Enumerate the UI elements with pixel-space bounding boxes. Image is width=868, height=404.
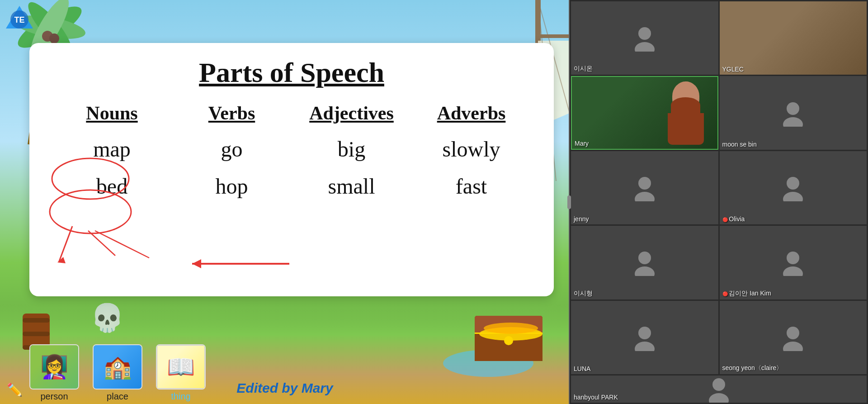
parts-grid: Nouns map bed Verbs go hop Adjectives bi… (52, 102, 531, 210)
edited-by-label: Edited by Mary (236, 380, 333, 396)
card-title: Parts of Speech (52, 57, 531, 89)
svg-point-28 (787, 177, 799, 190)
participant-tile-yglec[interactable]: YGLEC (720, 1, 867, 75)
svg-point-39 (709, 393, 729, 403)
participant-name-yglec: YGLEC (722, 66, 744, 73)
avatar-silhouette-9 (705, 375, 732, 403)
place-image-box: 🏫 (93, 344, 142, 390)
person-label: person (40, 391, 68, 402)
place-image: 🏫 (94, 345, 142, 389)
mary-video (572, 77, 717, 148)
bottom-images: 👩‍🏫 person 🏫 place 📖 thing (29, 344, 206, 402)
participant-tile-claire[interactable]: seong yeon〈claire〉 (720, 301, 867, 374)
participant-name-mary: Mary (575, 140, 589, 147)
pen-icon[interactable]: ✏️ (7, 382, 23, 397)
svg-point-32 (787, 252, 799, 264)
verbs-column: Verbs go hop (172, 102, 292, 210)
participant-tile-isiwon[interactable]: 이시온 (571, 1, 718, 75)
svg-point-25 (783, 117, 803, 127)
svg-point-23 (635, 42, 655, 52)
verbs-word-2: hop (176, 172, 287, 200)
svg-point-37 (783, 342, 803, 351)
yglec-video (720, 1, 867, 75)
participants-sidebar: 이시온 YGLEC Mary moon se bin (570, 0, 868, 404)
participant-tile-mary[interactable]: Mary (571, 76, 718, 149)
svg-point-34 (638, 327, 651, 339)
svg-point-26 (638, 177, 651, 190)
participant-tile-moonsebin[interactable]: moon se bin (720, 76, 867, 149)
participant-name-olivia: Olivia (722, 215, 745, 223)
avatar-silhouette-5 (631, 249, 658, 276)
adjectives-word-2: small (296, 172, 407, 200)
svg-point-22 (638, 27, 651, 40)
avatar-silhouette-7 (631, 324, 658, 351)
svg-point-33 (783, 266, 803, 276)
adjectives-header: Adjectives (296, 102, 407, 124)
participant-name-isiwon: 이시온 (574, 65, 593, 73)
participant-name-iankim: 김이안 Ian Kim (722, 290, 771, 298)
adverbs-word-2: fast (416, 172, 527, 200)
participant-name-luna: LUNA (574, 365, 590, 372)
nouns-column: Nouns map bed (52, 102, 172, 210)
verbs-word-1: go (176, 135, 287, 163)
adjectives-word-1: big (296, 135, 407, 163)
thing-image: 📖 (157, 345, 205, 389)
svg-point-24 (787, 102, 799, 115)
avatar-silhouette-3 (631, 174, 658, 201)
nouns-word-1: map (57, 135, 167, 163)
participant-tile-jenny[interactable]: jenny (571, 151, 718, 224)
adverbs-column: Adverbs slowly fast (411, 102, 531, 210)
participant-name-hanbyoul: hanbyoul PARK (574, 394, 618, 401)
scroll-indicator[interactable] (567, 195, 571, 209)
participant-tile-hanbyoul[interactable]: hanbyoul PARK (571, 375, 867, 403)
svg-point-31 (635, 266, 655, 276)
participant-name-claire: seong yeon〈claire〉 (722, 364, 783, 372)
svg-point-36 (787, 327, 799, 339)
person-image-item: 👩‍🏫 person (29, 344, 79, 402)
adverbs-header: Adverbs (416, 102, 527, 124)
thing-image-box: 📖 (156, 344, 206, 390)
nouns-word-2: bed (57, 172, 167, 200)
verbs-header: Verbs (176, 102, 287, 124)
place-label: place (107, 391, 128, 402)
person-image: 👩‍🏫 (30, 345, 78, 389)
thing-label: thing (171, 391, 190, 402)
participant-tile-iankim[interactable]: 김이안 Ian Kim (720, 226, 867, 299)
svg-point-35 (635, 342, 655, 351)
participant-tile-olivia[interactable]: Olivia (720, 151, 867, 224)
nouns-header: Nouns (57, 102, 167, 124)
thing-image-item: 📖 thing (156, 344, 206, 402)
skull-decoration: 💀 (90, 302, 124, 334)
avatar-silhouette (631, 24, 658, 52)
participant-name-jenny: jenny (574, 215, 589, 223)
svg-text:TE: TE (14, 15, 24, 24)
avatar-silhouette-6 (779, 249, 807, 276)
participant-name-moonsebin: moon se bin (722, 141, 757, 148)
adverbs-word-1: slowly (416, 135, 527, 163)
avatar-silhouette-8 (779, 324, 807, 351)
presentation-area: TE Parts of Speech Nouns map bed Verbs g… (0, 0, 570, 404)
avatar-silhouette-2 (779, 100, 807, 127)
app-logo: TE (4, 4, 35, 35)
svg-point-30 (638, 252, 651, 264)
person-image-box: 👩‍🏫 (29, 344, 79, 390)
content-card: Parts of Speech Nouns map bed Verbs go h… (29, 43, 554, 296)
svg-point-38 (712, 378, 725, 391)
avatar-silhouette-4 (779, 174, 807, 201)
participant-name-isihyeong: 이시형 (574, 290, 593, 298)
svg-point-27 (635, 192, 655, 201)
participant-tile-luna[interactable]: LUNA (571, 301, 718, 374)
participant-tile-isihyeong[interactable]: 이시형 (571, 226, 718, 299)
svg-point-5 (49, 33, 59, 43)
place-image-item: 🏫 place (93, 344, 142, 402)
treasure-chest (475, 316, 542, 361)
svg-point-29 (783, 192, 803, 201)
adjectives-column: Adjectives big small (292, 102, 411, 210)
